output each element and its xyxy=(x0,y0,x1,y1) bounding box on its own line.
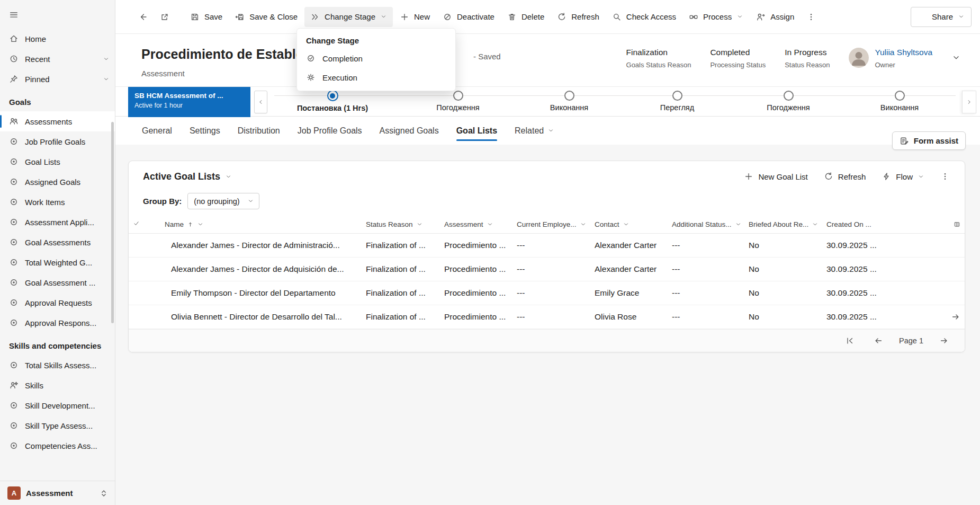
menu-item-completion[interactable]: Completion xyxy=(297,49,455,68)
row-checkbox-cell[interactable] xyxy=(129,233,160,257)
hamburger-menu-button[interactable] xyxy=(0,5,115,24)
sidebar-item-approval-requests[interactable]: Approval Requests xyxy=(0,293,115,313)
column-header-briefed-about[interactable]: Briefed About Re... xyxy=(744,216,822,233)
sidebar-item-home[interactable]: Home xyxy=(0,29,115,49)
tab-job-profile-goals[interactable]: Job Profile Goals xyxy=(298,117,362,145)
sidebar-item-job-profile-goals[interactable]: Job Profile Goals xyxy=(0,131,115,152)
column-header-name[interactable]: Name xyxy=(160,216,362,233)
form-assist-button[interactable]: Form assist xyxy=(892,131,966,150)
row-checkbox-cell[interactable] xyxy=(129,257,160,281)
tab-related[interactable]: Related xyxy=(515,117,554,145)
row-checkbox-cell[interactable] xyxy=(129,305,160,329)
bpf-scroll-right-button[interactable] xyxy=(962,91,976,113)
sidebar-scrollbar[interactable] xyxy=(111,122,114,323)
bpf-collapse-button[interactable] xyxy=(254,91,267,113)
bpf-stage-6[interactable]: Виконання xyxy=(839,90,960,112)
save-button[interactable]: Save xyxy=(184,7,228,27)
sidebar-item-goal-assessments[interactable]: Goal Assessments xyxy=(0,232,115,252)
header-field-status-reason: In Progress Status Reason xyxy=(785,48,830,69)
cell-contact: Olivia Rose xyxy=(590,305,668,329)
sidebar-item-assessment-applications[interactable]: Assessment Appli... xyxy=(0,212,115,232)
select-all-checkbox[interactable] xyxy=(129,216,160,233)
save-and-close-button[interactable]: Save & Close xyxy=(229,7,303,27)
column-header-created-on[interactable]: Created On ... xyxy=(822,216,965,233)
sidebar-item-assessments[interactable]: Assessments xyxy=(0,111,115,131)
sidebar-item-goal-assessment[interactable]: Goal Assessment ... xyxy=(0,272,115,293)
check-access-button[interactable]: Check Access xyxy=(606,7,682,27)
table-header-row: Name Status Reason Assessment Current Em… xyxy=(129,216,965,233)
column-header-current-employee[interactable]: Current Employe... xyxy=(513,216,590,233)
table-row[interactable]: Alexander James - Director de Administra… xyxy=(129,233,965,257)
bpf-stage-2[interactable]: Погодження xyxy=(397,90,519,112)
tab-distribution[interactable]: Distribution xyxy=(238,117,280,145)
sidebar-item-pinned[interactable]: Pinned xyxy=(0,69,115,89)
sidebar-item-skill-type-assessments[interactable]: Skill Type Assess... xyxy=(0,415,115,436)
sidebar-item-label: Work Items xyxy=(25,198,65,207)
previous-page-button[interactable] xyxy=(870,333,886,349)
owner-link[interactable]: Yuliia Shyltsova xyxy=(875,48,932,57)
column-header-status-reason[interactable]: Status Reason xyxy=(362,216,440,233)
goal-lists-subgrid-card: Active Goal Lists New Goal List Refresh … xyxy=(128,161,965,352)
table-row[interactable]: Alexander James - Director de Adquisició… xyxy=(129,257,965,281)
sidebar-item-skills[interactable]: Skills xyxy=(0,375,115,395)
assign-button[interactable]: Assign xyxy=(750,7,800,27)
sidebar-item-total-weighted-goals[interactable]: Total Weighted G... xyxy=(0,252,115,272)
column-settings-icon[interactable] xyxy=(954,221,960,228)
share-button[interactable]: Share xyxy=(911,7,972,27)
sidebar-item-assigned-goals[interactable]: Assigned Goals xyxy=(0,172,115,192)
tab-general[interactable]: General xyxy=(142,117,172,145)
new-button[interactable]: New xyxy=(394,7,436,27)
bpf-stage-5[interactable]: Погодження xyxy=(727,90,849,112)
column-label: Additional Status... xyxy=(672,220,732,228)
back-button[interactable] xyxy=(133,7,154,27)
tab-assigned-goals[interactable]: Assigned Goals xyxy=(380,117,439,145)
table-row[interactable]: Olivia Bennett - Director de Desarrollo … xyxy=(129,305,965,329)
sidebar-item-approval-responses[interactable]: Approval Respons... xyxy=(0,313,115,333)
open-in-new-window-button[interactable] xyxy=(155,7,175,27)
more-commands-button[interactable] xyxy=(801,7,821,27)
tab-goal-lists[interactable]: Goal Lists xyxy=(456,117,497,145)
refresh-button[interactable]: Refresh xyxy=(551,7,605,27)
menu-item-execution[interactable]: Execution xyxy=(297,68,455,87)
flow-button[interactable]: Flow xyxy=(876,167,930,186)
grid-scroll-right-icon[interactable] xyxy=(951,312,960,322)
sidebar-item-recent[interactable]: Recent xyxy=(0,49,115,69)
bpf-stage-4[interactable]: Перегляд xyxy=(616,90,738,112)
expand-header-chevron-icon[interactable] xyxy=(951,53,961,63)
group-by-select[interactable]: (no grouping) xyxy=(187,193,259,209)
column-header-assessment[interactable]: Assessment xyxy=(440,216,513,233)
table-row[interactable]: Emily Thompson - Director del Departamen… xyxy=(129,281,965,305)
first-page-button[interactable] xyxy=(842,333,858,349)
view-selector[interactable]: Active Goal Lists xyxy=(143,171,232,182)
group-by-row: Group By: (no grouping) xyxy=(129,192,965,216)
row-checkbox-cell[interactable] xyxy=(129,281,160,305)
column-header-additional-status[interactable]: Additional Status... xyxy=(668,216,744,233)
sidebar-item-total-skills-assessments[interactable]: Total Skills Assess... xyxy=(0,355,115,375)
cell-current-employee: --- xyxy=(513,305,590,329)
sidebar-item-goal-lists[interactable]: Goal Lists xyxy=(0,152,115,172)
popout-icon xyxy=(160,12,169,22)
column-header-contact[interactable]: Contact xyxy=(590,216,668,233)
new-goal-list-button[interactable]: New Goal List xyxy=(739,167,813,186)
app-switcher[interactable]: A Assessment xyxy=(0,481,115,505)
save-close-icon xyxy=(235,12,245,22)
sidebar-item-skill-development[interactable]: Skill Development... xyxy=(0,395,115,415)
cell-briefed: No xyxy=(744,305,822,329)
chevron-down-icon xyxy=(736,13,743,20)
deactivate-button[interactable]: Deactivate xyxy=(437,7,500,27)
next-page-button[interactable] xyxy=(936,333,952,349)
column-label: Assessment xyxy=(444,220,483,228)
column-label: Created On ... xyxy=(826,220,871,228)
process-button[interactable]: Process xyxy=(683,7,749,27)
refresh-grid-button[interactable]: Refresh xyxy=(819,167,871,186)
bpf-stage-3[interactable]: Виконання xyxy=(508,90,630,112)
bpf-stage-1[interactable]: Постановка (1 Hrs) xyxy=(272,90,393,112)
tab-settings[interactable]: Settings xyxy=(190,117,220,145)
grid-more-commands-button[interactable] xyxy=(935,166,955,187)
sidebar-item-competencies-assessments[interactable]: Competencies Ass... xyxy=(0,436,115,456)
sort-ascending-icon xyxy=(187,221,194,228)
change-stage-button[interactable]: Change Stage xyxy=(304,7,393,27)
sidebar-item-work-items[interactable]: Work Items xyxy=(0,192,115,212)
delete-button[interactable]: Delete xyxy=(501,7,550,27)
bpf-active-stage-box[interactable]: SB HCM Assessment of ... Active for 1 ho… xyxy=(128,87,250,117)
